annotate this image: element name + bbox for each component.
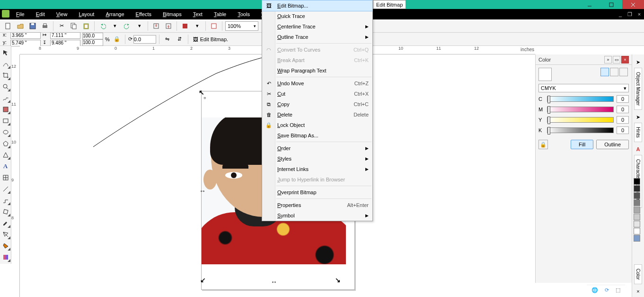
tab-hints[interactable]: Hints [634, 123, 642, 142]
rectangle-tool[interactable] [0, 116, 11, 126]
menu-table[interactable]: Table [208, 10, 232, 18]
interactive-fill-tool[interactable] [0, 252, 11, 262]
maximize-button[interactable] [600, 0, 622, 9]
color-close-icon[interactable]: × [634, 287, 643, 296]
text-tool[interactable]: A [0, 161, 11, 171]
ctx-quick-trace[interactable]: Quick Trace [262, 11, 372, 21]
crop-tool[interactable] [0, 70, 11, 81]
ctx-wrap-paragraph-text[interactable]: Wrap Paragraph Text [262, 65, 372, 76]
basic-shapes-tool[interactable] [0, 150, 11, 160]
scale-x-input[interactable] [82, 33, 103, 39]
channel-C-input[interactable] [617, 95, 629, 103]
redo-button[interactable] [122, 21, 132, 31]
eyedropper-tool[interactable] [0, 218, 11, 228]
publish-pdf-button[interactable] [209, 21, 219, 31]
channel-C-slider[interactable] [547, 96, 614, 102]
swatch[interactable] [634, 221, 640, 227]
paste-button[interactable] [81, 21, 91, 31]
rotate-input[interactable] [133, 35, 156, 44]
ctx-undo-move[interactable]: ↶Undo MoveCtrl+Z [262, 78, 372, 89]
pointer-tab-icon[interactable]: ➤ [634, 58, 643, 66]
tab-object-manager[interactable]: Object Manager [634, 68, 642, 110]
close-button[interactable] [622, 0, 644, 9]
export-button[interactable] [163, 21, 174, 31]
lock-ratio-button[interactable]: 🔒 [112, 34, 122, 45]
w-input[interactable] [50, 32, 80, 39]
polygon-tool[interactable] [0, 138, 11, 149]
shape-tool[interactable] [0, 59, 11, 69]
ctx-styles[interactable]: Styles▶ [262, 153, 372, 164]
undo-button[interactable] [97, 21, 108, 31]
doc-close-button[interactable]: × [635, 10, 644, 18]
ctx-properties[interactable]: PropertiesAlt+Enter [262, 200, 372, 210]
channel-M-input[interactable] [617, 106, 629, 113]
channel-K-input[interactable] [617, 126, 629, 134]
menu-view[interactable]: View [51, 10, 73, 18]
smart-fill-tool[interactable] [0, 104, 11, 115]
channel-M-slider[interactable] [547, 107, 614, 112]
hint-tab-icon[interactable]: ➤ [634, 113, 643, 121]
ctx-symbol[interactable]: Symbol▶ [262, 210, 372, 221]
scale-y-input[interactable] [82, 39, 103, 46]
lock-color-button[interactable]: 🔒 [538, 140, 548, 149]
cube-icon[interactable]: ⬚ [616, 287, 620, 293]
palette-mode-button[interactable] [619, 68, 628, 76]
swatch[interactable] [634, 235, 640, 242]
swatch[interactable] [634, 178, 640, 185]
ctx-copy[interactable]: ⧉CopyCtrl+C [262, 99, 372, 109]
slider-mode-button[interactable] [600, 68, 609, 76]
interactive-tool[interactable] [0, 207, 11, 217]
mirror-h-button[interactable]: ⇋ [162, 34, 173, 45]
ctx-overprint-bitmap[interactable]: Overprint Bitmap [262, 187, 372, 198]
menu-text[interactable]: Text [187, 10, 208, 18]
cut-button[interactable]: ✂ [56, 21, 67, 31]
channel-Y-input[interactable] [617, 116, 629, 124]
ctx-centerline-trace[interactable]: Centerline Trace▶ [262, 21, 372, 32]
outline-button[interactable]: Outline [596, 140, 629, 149]
channel-K-slider[interactable] [547, 127, 614, 133]
refresh-icon[interactable]: ⟳ [605, 287, 609, 293]
ctx-save-bitmap-as[interactable]: Save Bitmap As... [262, 130, 372, 141]
menu-file[interactable]: File [10, 10, 30, 18]
viewer-mode-button[interactable] [610, 68, 618, 76]
open-button[interactable] [15, 21, 26, 31]
menu-tools[interactable]: Tools [232, 10, 256, 18]
pick-tool[interactable] [0, 47, 11, 58]
panel-close-button[interactable]: × [621, 56, 629, 63]
swatch[interactable] [634, 214, 640, 220]
channel-Y-slider[interactable] [547, 117, 614, 123]
menu-arrange[interactable]: Arrange [100, 10, 130, 18]
redo-dropdown[interactable]: ▾ [134, 21, 145, 31]
ellipse-tool[interactable] [0, 127, 11, 137]
ctx-order[interactable]: Order▶ [262, 143, 372, 153]
tab-color[interactable]: Color [634, 264, 642, 284]
minimize-button[interactable] [579, 0, 600, 9]
ctx-internet-links[interactable]: Internet Links▶ [262, 164, 372, 174]
h-input[interactable] [50, 40, 80, 46]
swatch[interactable] [634, 199, 640, 206]
globe-icon[interactable]: 🌐 [591, 287, 598, 293]
menu-layout[interactable]: Layout [73, 10, 100, 18]
edit-bitmap-button[interactable]: 🖼 Edit Bitmap. [191, 36, 230, 43]
zoom-tool[interactable] [0, 81, 11, 92]
connector-tool[interactable] [0, 195, 11, 206]
menu-effects[interactable]: Effects [130, 10, 157, 18]
ctx-delete[interactable]: 🗑DeleteDelete [262, 109, 372, 120]
copy-button[interactable] [69, 21, 79, 31]
app-launcher-button[interactable] [180, 21, 190, 31]
freehand-tool[interactable] [0, 93, 11, 103]
swatch[interactable] [634, 228, 640, 234]
zoom-select[interactable]: 100% [225, 21, 258, 31]
doc-restore-button[interactable]: ❐ [625, 10, 635, 18]
color-model-select[interactable]: CMYK [538, 84, 629, 92]
x-input[interactable] [10, 32, 41, 39]
mirror-v-button[interactable]: ⇵ [175, 34, 185, 45]
import-button[interactable] [151, 21, 161, 31]
ctx-lock-object[interactable]: 🔒Lock Object [262, 120, 372, 130]
ctx-outline-trace[interactable]: Outline Trace▶ [262, 32, 372, 42]
ctx-edit-bitmap[interactable]: 🖼Edit Bitmap... [262, 0, 372, 11]
menu-bitmaps[interactable]: Bitmaps [157, 10, 187, 18]
print-button[interactable] [40, 21, 50, 31]
ctx-cut[interactable]: ✂CutCtrl+X [262, 89, 372, 99]
table-tool[interactable] [0, 172, 11, 183]
